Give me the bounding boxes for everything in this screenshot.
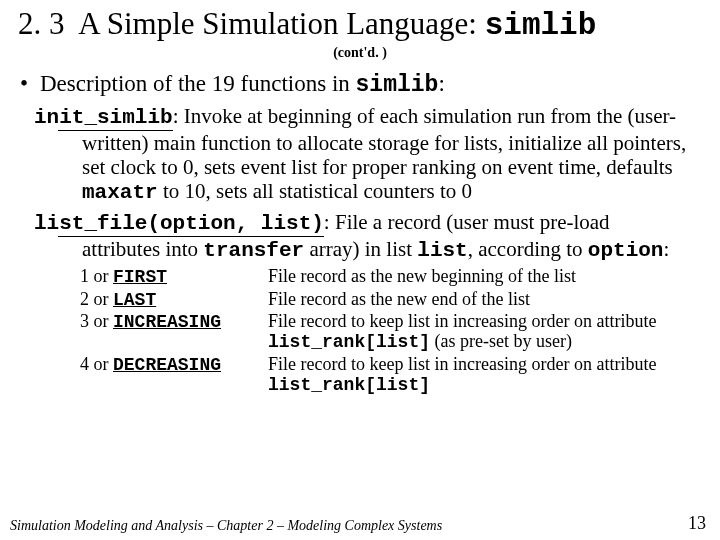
bullet-text-post: : bbox=[438, 71, 444, 96]
opt-key-code: DECREASING bbox=[113, 355, 221, 375]
page-number: 13 bbox=[688, 513, 706, 534]
opt-desc: File record as the new beginning of the … bbox=[268, 267, 682, 290]
opt-key: 4 or DECREASING bbox=[80, 355, 268, 398]
f2-t4: : bbox=[663, 237, 669, 261]
bullet-text-pre: Description of the 19 functions in bbox=[40, 71, 356, 96]
opt-desc: File record to keep list in increasing o… bbox=[268, 355, 682, 398]
f2-t3: , according to bbox=[468, 237, 588, 261]
f1-c1: maxatr bbox=[82, 181, 158, 204]
opt-key: 3 or INCREASING bbox=[80, 312, 268, 355]
f2-c3: option bbox=[588, 239, 664, 262]
table-row: 4 or DECREASING File record to keep list… bbox=[80, 355, 682, 398]
opt-key-code: LAST bbox=[113, 290, 156, 310]
opt-desc-text: File record to keep list in increasing o… bbox=[268, 311, 656, 331]
func-init-simlib: init_simlib: Invoke at beginning of each… bbox=[58, 104, 692, 206]
func-name-init-simlib: init_simlib bbox=[58, 106, 173, 131]
f1-t2: to 10, sets all statistical counters to … bbox=[158, 179, 472, 203]
opt-desc: File record to keep list in increasing o… bbox=[268, 312, 682, 355]
opt-key-num: 2 or bbox=[80, 289, 113, 309]
table-row: 3 or INCREASING File record to keep list… bbox=[80, 312, 682, 355]
table-row: 1 or FIRST File record as the new beginn… bbox=[80, 267, 682, 290]
opt-desc-text: File record as the new end of the list bbox=[268, 289, 530, 309]
opt-key: 2 or LAST bbox=[80, 290, 268, 313]
slide-content: 2. 3 A Simple Simulation Language: simli… bbox=[0, 0, 720, 540]
footer-text: Simulation Modeling and Analysis – Chapt… bbox=[10, 518, 442, 534]
bullet-main: Description of the 19 functions in simli… bbox=[18, 71, 702, 98]
opt-desc-text: File record to keep list in increasing o… bbox=[268, 354, 656, 374]
section-number: 2. 3 bbox=[18, 6, 65, 41]
opt-key-num: 3 or bbox=[80, 311, 113, 331]
opt-key: 1 or FIRST bbox=[80, 267, 268, 290]
opt-key-code: FIRST bbox=[113, 267, 167, 287]
func-list-file: list_file(option, list): File a record (… bbox=[58, 210, 692, 263]
continued-label: (cont'd. ) bbox=[18, 45, 702, 61]
title-text: A Simple Simulation Language: bbox=[78, 6, 477, 41]
func-name-list-file: list_file(option, list) bbox=[58, 212, 324, 237]
options-table: 1 or FIRST File record as the new beginn… bbox=[80, 267, 682, 398]
title-code: simlib bbox=[485, 8, 597, 43]
opt-key-num: 1 or bbox=[80, 266, 113, 286]
opt-key-num: 4 or bbox=[80, 354, 113, 374]
f2-t2: array) in list bbox=[304, 237, 417, 261]
slide-title: 2. 3 A Simple Simulation Language: simli… bbox=[18, 6, 702, 43]
bullet-code: simlib bbox=[356, 72, 439, 98]
f2-c1: transfer bbox=[203, 239, 304, 262]
opt-desc-code: list_rank[list] bbox=[268, 332, 430, 352]
f2-c2: list bbox=[417, 239, 467, 262]
opt-desc: File record as the new end of the list bbox=[268, 290, 682, 313]
opt-desc-post: (as pre-set by user) bbox=[430, 331, 572, 351]
opt-desc-code: list_rank[list] bbox=[268, 375, 430, 395]
opt-key-code: INCREASING bbox=[113, 312, 221, 332]
table-row: 2 or LAST File record as the new end of … bbox=[80, 290, 682, 313]
opt-desc-text: File record as the new beginning of the … bbox=[268, 266, 576, 286]
